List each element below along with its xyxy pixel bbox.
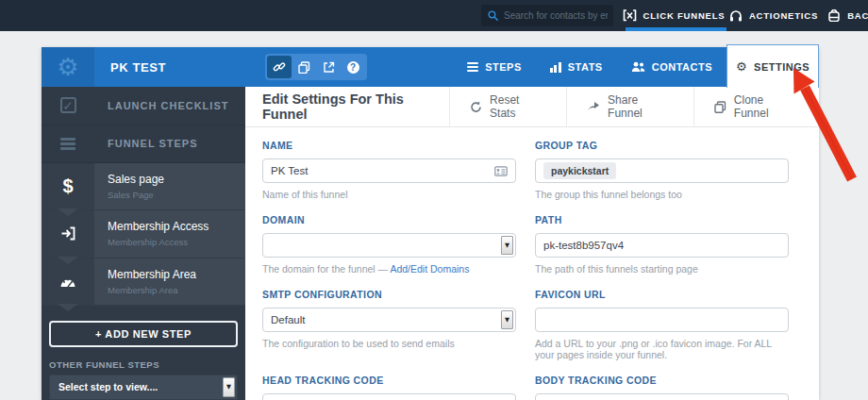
field-group-tag: GROUP TAG paykickstart The group this fu… (535, 140, 789, 200)
field-label: BODY TRACKING CODE (535, 375, 789, 386)
funnel-card: ⚙ PK TEST (42, 47, 819, 400)
duplicate-button[interactable] (292, 56, 316, 78)
field-help: The domain for the funnel — Add/Edit Dom… (262, 263, 516, 275)
share-icon (587, 101, 600, 112)
button-label: Clone Funnel (734, 93, 799, 120)
funnel-header: ⚙ PK TEST (42, 47, 819, 87)
top-tab-backpack[interactable]: BACK (819, 0, 868, 31)
active-tab-underline (626, 27, 726, 31)
step-select-value: Select step to view.... (58, 381, 158, 392)
clone-funnel-button[interactable]: Clone Funnel (693, 87, 819, 126)
field-label: HEAD TRACKING CODE (262, 375, 516, 386)
field-head-tracking: HEAD TRACKING CODE (262, 375, 516, 400)
favicon-input[interactable] (543, 314, 780, 325)
funnel-tabs: STEPS STATS CONTACTS (453, 47, 726, 87)
path-input[interactable] (543, 240, 780, 251)
tab-steps[interactable]: STEPS (453, 47, 536, 87)
field-label: DOMAIN (262, 214, 516, 225)
open-external-button[interactable] (316, 56, 341, 78)
settings-content: Edit Settings For This Funnel Reset Stat… (245, 87, 819, 400)
settings-gear-icon: ⚙ (736, 59, 747, 74)
checklist-icon (60, 97, 76, 113)
chevron-down-icon (223, 377, 235, 397)
head-tracking-textarea[interactable] (263, 394, 515, 400)
body-tracking-textarea[interactable] (536, 394, 788, 400)
settings-form: NAME Name of this funnel GROUP TAG (245, 127, 819, 400)
field-help: Add a URL to your .png or .ico favicon i… (535, 338, 789, 360)
step-subtitle: Membership Access (108, 237, 209, 247)
funnel-quick-actions (265, 54, 367, 80)
search-input[interactable] (504, 10, 608, 21)
refresh-icon (470, 101, 482, 113)
tab-stats[interactable]: STATS (536, 47, 617, 87)
share-funnel-button[interactable]: Share Funnel (566, 87, 693, 126)
funnel-sidebar: LAUNCH CHECKLIST FUNNEL STEPS Sales page… (42, 87, 245, 400)
link-button[interactable] (267, 56, 292, 78)
step-subtitle: Sales Page (108, 190, 164, 200)
funnel-step-membership-area[interactable]: Membership Area Membership Area (42, 258, 245, 306)
funnel-steps-icon (60, 138, 75, 150)
tab-label: STATS (568, 61, 603, 73)
field-body-tracking: BODY TRACKING CODE (535, 375, 789, 400)
sign-in-icon (60, 226, 76, 241)
other-funnel-steps-label: OTHER FUNNEL STEPS (49, 359, 238, 370)
backpack-icon (827, 9, 841, 22)
stats-icon (550, 62, 561, 73)
reset-stats-button[interactable]: Reset Stats (449, 87, 566, 126)
group-tag-chip[interactable]: paykickstart (543, 162, 616, 179)
open-external-icon (323, 61, 335, 74)
field-label: NAME (262, 140, 516, 151)
add-edit-domains-link[interactable]: Add/Edit Domains (390, 263, 469, 275)
domain-select[interactable] (262, 233, 516, 258)
page-title: Edit Settings For This Funnel (245, 92, 449, 122)
autofill-icon (494, 166, 508, 176)
step-select-dropdown[interactable]: Select step to view.... (49, 375, 238, 400)
funnel-step-sales-page[interactable]: Sales page Sales Page (42, 163, 245, 210)
field-label: GROUP TAG (535, 140, 789, 151)
step-title: Membership Area (108, 268, 196, 281)
field-help: Name of this funnel (262, 189, 516, 200)
button-label: Reset Stats (490, 93, 546, 120)
field-help: The configuration to be used to send ema… (262, 338, 516, 349)
tab-contacts[interactable]: CONTACTS (617, 47, 726, 87)
group-tag-input[interactable]: paykickstart (535, 158, 789, 183)
link-icon (273, 60, 286, 74)
top-tab-label: CLICK FUNNELS (643, 10, 726, 21)
duplicate-icon (298, 61, 310, 74)
field-domain: DOMAIN The domain for the funnel — Add/E… (262, 214, 516, 275)
add-new-step-button[interactable]: + ADD NEW STEP (49, 321, 238, 347)
smtp-select[interactable]: Default (262, 308, 516, 332)
tab-settings[interactable]: ⚙ SETTINGS (726, 44, 819, 88)
sidebar-item-funnel-steps[interactable]: FUNNEL STEPS (42, 125, 245, 164)
help-icon (347, 61, 359, 74)
clone-icon (714, 101, 726, 113)
gauge-icon (59, 275, 76, 289)
sidebar-section-label: LAUNCH CHECKLIST (94, 100, 228, 111)
field-smtp: SMTP CONFIGURATION Default The configura… (262, 289, 516, 360)
field-path: PATH The path of this funnels starting p… (535, 214, 789, 275)
sidebar-section-label: FUNNEL STEPS (94, 138, 198, 149)
actionetics-headphones-icon (729, 9, 743, 22)
tab-label: SETTINGS (754, 61, 810, 73)
top-tab-clickfunnels[interactable]: CLICK FUNNELS (618, 0, 729, 31)
chevron-down-icon (501, 310, 513, 329)
field-label: FAVICON URL (535, 289, 789, 300)
steps-icon (467, 62, 478, 72)
name-input[interactable] (271, 165, 494, 176)
contact-search[interactable] (481, 5, 613, 26)
funnel-gear-badge: ⚙ (42, 47, 94, 87)
top-tab-label: BACK (847, 10, 868, 21)
field-help: The path of this funnels starting page (535, 263, 789, 275)
dollar-icon (62, 175, 73, 197)
funnel-step-membership-access[interactable]: Membership Access Membership Access (42, 210, 245, 258)
top-tab-actionetics[interactable]: ACTIONETICS (726, 0, 821, 31)
help-button[interactable] (341, 56, 365, 78)
top-tab-label: ACTIONETICS (749, 10, 818, 21)
field-name: NAME Name of this funnel (262, 140, 516, 200)
chevron-down-icon (501, 236, 513, 255)
search-icon (488, 10, 498, 21)
funnel-title: PK TEST (110, 60, 166, 75)
step-title: Sales page (108, 173, 164, 186)
gear-icon: ⚙ (57, 55, 78, 79)
sidebar-item-launch-checklist[interactable]: LAUNCH CHECKLIST (42, 87, 245, 125)
